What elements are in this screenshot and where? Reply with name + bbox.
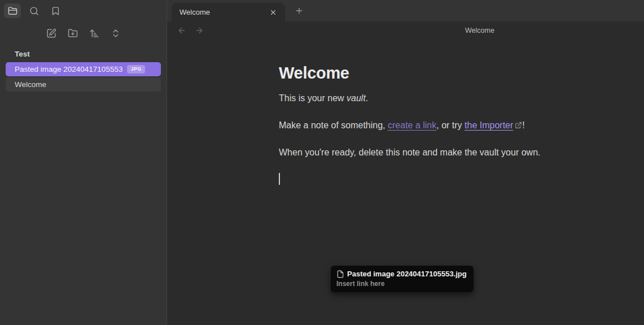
text-segment: ! xyxy=(522,120,524,130)
sort-order-icon xyxy=(89,28,99,38)
drag-ghost-filename: Pasted image 20240417105553.jpg xyxy=(347,270,467,278)
new-folder-icon xyxy=(68,28,78,38)
drag-ghost-tooltip: Pasted image 20240417105553.jpg Insert l… xyxy=(331,266,474,292)
x-icon xyxy=(269,8,277,16)
file-explorer: Test Pasted image 20240417105553 JPG Wel… xyxy=(0,42,167,97)
paragraph-links: Make a note of something, create a link,… xyxy=(279,119,606,132)
view-header-title: Welcome xyxy=(465,21,494,40)
note-heading: Welcome xyxy=(279,63,606,83)
arrow-left-icon xyxy=(177,26,186,35)
text-segment: Make a note of something, xyxy=(279,120,388,130)
plus-icon xyxy=(295,6,304,15)
sort-order-button[interactable] xyxy=(87,27,101,40)
navigate-back-button[interactable] xyxy=(176,25,187,36)
drag-ghost-title-row: Pasted image 20240417105553.jpg xyxy=(336,270,467,278)
file-item-label: Welcome xyxy=(15,80,46,89)
text-segment: This is your new xyxy=(279,93,347,103)
new-note-icon xyxy=(46,28,56,38)
drag-ghost-hint: Insert link here xyxy=(336,280,467,288)
arrow-right-icon xyxy=(195,26,204,35)
paragraph-vault: This is your new vault. xyxy=(279,92,606,105)
files-view-button[interactable] xyxy=(4,3,21,18)
view-header: Welcome xyxy=(167,21,644,40)
bookmarks-view-button[interactable] xyxy=(47,3,64,18)
new-tab-button[interactable] xyxy=(292,4,306,18)
file-type-badge: JPG xyxy=(127,65,145,73)
paragraph-ready: When you're ready, delete this note and … xyxy=(279,146,606,159)
file-icon xyxy=(336,270,344,278)
new-folder-button[interactable] xyxy=(66,27,80,40)
folder-icon xyxy=(8,6,17,16)
collapse-icon xyxy=(111,28,121,38)
text-cursor xyxy=(279,173,280,185)
tab-title: Welcome xyxy=(179,8,267,16)
create-link-internal-link[interactable]: create a link xyxy=(388,120,436,130)
left-sidebar: Test Pasted image 20240417105553 JPG Wel… xyxy=(0,0,167,325)
tab-welcome[interactable]: Welcome xyxy=(172,3,285,21)
file-item-welcome[interactable]: Welcome xyxy=(6,77,161,92)
file-item-label: Pasted image 20240417105553 xyxy=(15,65,122,73)
empty-line xyxy=(279,173,606,187)
text-segment: . xyxy=(366,93,368,103)
app-window: Test Pasted image 20240417105553 JPG Wel… xyxy=(0,0,644,325)
tab-close-button[interactable] xyxy=(267,6,279,19)
new-note-button[interactable] xyxy=(45,27,58,40)
file-item-pasted-image[interactable]: Pasted image 20240417105553 JPG xyxy=(6,62,161,76)
text-segment: , or try xyxy=(436,120,465,130)
sidebar-view-switcher xyxy=(0,0,167,21)
bookmark-icon xyxy=(51,6,60,16)
note-editor[interactable]: Welcome This is your new vault. Make a n… xyxy=(279,63,606,200)
collapse-all-button[interactable] xyxy=(109,27,122,40)
search-view-button[interactable] xyxy=(25,3,42,18)
external-link-icon xyxy=(515,122,522,129)
navigate-forward-button[interactable] xyxy=(194,25,205,36)
italic-text: vault xyxy=(347,93,366,103)
vault-title[interactable]: Test xyxy=(6,46,161,62)
main-pane: Welcome Welcome Welcome This is your new… xyxy=(167,0,644,325)
tab-bar: Welcome xyxy=(167,0,644,21)
search-icon xyxy=(29,6,39,16)
file-explorer-toolbar xyxy=(0,21,167,42)
importer-external-link[interactable]: the Importer xyxy=(465,120,513,130)
